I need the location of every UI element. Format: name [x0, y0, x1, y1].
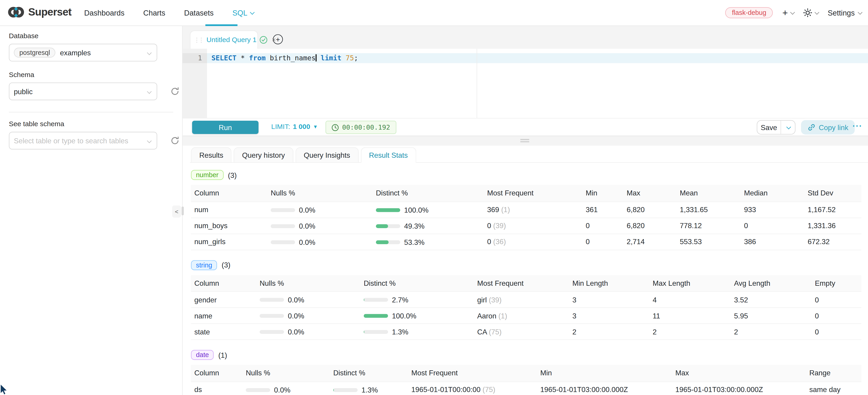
- column-name-cell: gender: [191, 292, 256, 307]
- col-header: Min Length: [569, 275, 649, 292]
- col-header: Avg Length: [731, 275, 811, 292]
- table-row: state 0.0% 1.3% CA (75) 2 2 2 0: [191, 324, 861, 340]
- distinct-cell: 100.0%: [361, 308, 474, 324]
- superset-logo-icon: [8, 5, 25, 20]
- query-toolbar: Run LIMIT: 1 000 ▼ 00:00:00.192 Save: [183, 118, 868, 136]
- tab-query-insights[interactable]: Query Insights: [296, 147, 359, 163]
- table-schema-label: See table schema: [9, 120, 182, 128]
- collapse-sidebar-button[interactable]: <: [172, 206, 181, 218]
- limit-dropdown[interactable]: LIMIT: 1 000 ▼: [271, 123, 318, 131]
- table-select[interactable]: Select table or type to search tables: [9, 132, 157, 150]
- new-item-button[interactable]: +: [782, 8, 794, 18]
- column-name-cell: state: [191, 324, 256, 340]
- results-tabs: Results Query history Query Insights Res…: [191, 147, 418, 163]
- save-button[interactable]: Save: [757, 121, 781, 134]
- col-header: Most Frequent: [474, 275, 569, 292]
- active-nav-underline: [206, 25, 238, 26]
- nav-dashboards[interactable]: Dashboards: [84, 9, 124, 17]
- most-frequent-cell: 1965-01-01T00:00:00 (75): [408, 382, 537, 395]
- col-header: Column: [191, 185, 268, 202]
- save-menu-caret[interactable]: [780, 121, 795, 134]
- min-cell: 1965-01-01T03:00:00.000Z: [537, 382, 672, 395]
- nulls-bar: [259, 330, 284, 334]
- chevron-down-icon: [147, 89, 152, 94]
- col-header: Max Length: [649, 275, 731, 292]
- table-header-row: Column Nulls % Distinct % Most Frequent …: [191, 275, 861, 292]
- section-count: (1): [218, 351, 227, 359]
- distinct-cell: 1.3%: [330, 382, 408, 395]
- chevron-down-icon: [147, 51, 152, 55]
- distinct-cell: 2.7%: [361, 292, 474, 307]
- sql-editor-area: ⋮⋮ Untitled Query 1 × + 1 SELECT * from …: [183, 26, 868, 395]
- sql-code-line[interactable]: SELECT * from birth_names limit 75;: [211, 53, 358, 63]
- max-cell: 6,820: [623, 218, 677, 234]
- avg-length-cell: 5.95: [731, 308, 811, 324]
- save-split-button[interactable]: Save: [757, 120, 796, 134]
- col-header: Distinct %: [361, 275, 474, 292]
- main-nav: Dashboards Charts Datasets SQL: [84, 0, 253, 25]
- sql-keyword: SELECT: [211, 54, 236, 62]
- col-header: Median: [741, 185, 804, 202]
- distinct-cell: 1.3%: [361, 324, 474, 340]
- run-query-button[interactable]: Run: [192, 121, 258, 134]
- results-panel: Results Query history Query Insights Res…: [183, 146, 868, 395]
- max-length-cell: 2: [649, 324, 731, 340]
- sidebar-divider: [9, 112, 173, 112]
- col-header: Min: [537, 365, 672, 382]
- min-length-cell: 3: [569, 292, 649, 307]
- refresh-tables-icon[interactable]: [170, 136, 179, 145]
- environment-badge: flask-debug: [725, 7, 773, 18]
- vertical-resize-handle[interactable]: [520, 139, 529, 143]
- print-margin-rule: [477, 49, 477, 118]
- panel-resize-handle[interactable]: [182, 206, 184, 215]
- col-header: Most Frequent: [484, 185, 582, 202]
- max-length-cell: 4: [649, 292, 731, 307]
- database-select[interactable]: postgresql examples: [9, 44, 157, 61]
- settings-menu[interactable]: Settings: [828, 9, 861, 17]
- mouse-cursor: [0, 384, 9, 395]
- max-length-cell: 11: [649, 308, 731, 324]
- more-actions-button[interactable]: ···: [852, 121, 863, 130]
- caret-down-icon: ▼: [313, 124, 318, 130]
- max-cell: 1965-01-01T03:00:00.000Z: [672, 382, 806, 395]
- drag-handle-icon[interactable]: ⋮⋮: [194, 37, 203, 43]
- tab-query-history[interactable]: Query history: [234, 147, 293, 163]
- nulls-cell: 0.0%: [256, 324, 360, 340]
- add-tab-button[interactable]: +: [273, 34, 283, 44]
- refresh-schema-icon[interactable]: [170, 87, 179, 96]
- section-date-header: date (1): [191, 350, 861, 360]
- schema-select[interactable]: public: [9, 83, 157, 100]
- query-success-icon: [260, 36, 268, 44]
- plus-icon: +: [782, 8, 788, 18]
- copy-link-button[interactable]: Copy link: [801, 120, 855, 134]
- editor-tabstrip: ⋮⋮ Untitled Query 1 × +: [183, 26, 868, 49]
- brand[interactable]: Superset: [8, 5, 71, 20]
- chevron-down-icon: [786, 125, 791, 129]
- most-frequent-cell: CA (75): [474, 324, 569, 340]
- chevron-down-icon: [790, 10, 795, 15]
- col-header: Range: [806, 365, 861, 382]
- nav-charts[interactable]: Charts: [143, 9, 165, 17]
- theme-toggle-button[interactable]: [803, 8, 818, 17]
- avg-length-cell: 2: [731, 324, 811, 340]
- sql-code-editor[interactable]: 1 SELECT * from birth_names limit 75;: [183, 49, 868, 118]
- query-tab[interactable]: ⋮⋮ Untitled Query 1 ×: [190, 30, 258, 49]
- min-length-cell: 2: [569, 324, 649, 340]
- number-stats-table: Column Nulls % Distinct % Most Frequent …: [191, 185, 861, 250]
- sql-text: [316, 54, 321, 62]
- nulls-bar: [271, 208, 295, 212]
- col-header: Max: [672, 365, 806, 382]
- most-frequent-cell: 369 (1): [484, 202, 582, 218]
- tab-result-stats[interactable]: Result Stats: [361, 147, 416, 163]
- tab-results[interactable]: Results: [191, 147, 232, 163]
- col-header: Distinct %: [330, 365, 408, 382]
- min-cell: 361: [582, 202, 623, 218]
- sql-text: *: [237, 54, 249, 62]
- type-tag-date: date: [191, 350, 214, 360]
- chevron-down-icon: [250, 10, 255, 15]
- nav-sql[interactable]: SQL: [232, 9, 253, 17]
- sql-number: 75: [341, 54, 354, 62]
- nav-datasets[interactable]: Datasets: [184, 9, 214, 17]
- chevron-down-icon: [815, 10, 819, 15]
- most-frequent-cell: girl (39): [474, 292, 569, 307]
